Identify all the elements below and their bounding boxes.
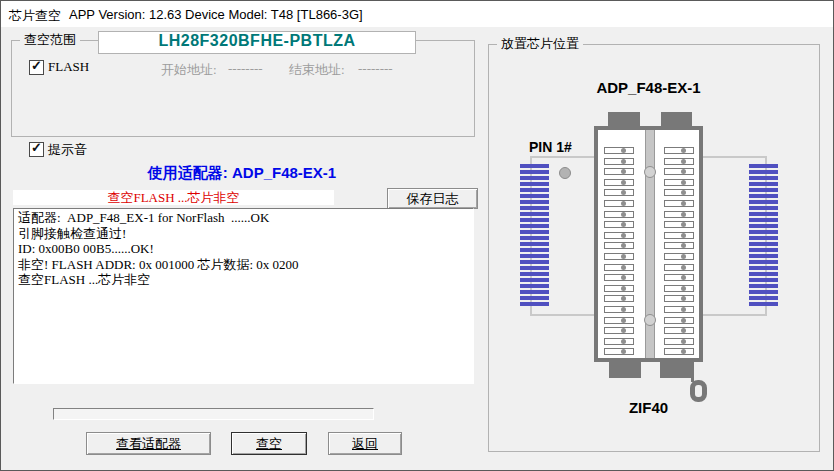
zif-slot <box>664 232 694 239</box>
adapter-pin-bar <box>749 212 778 216</box>
end-address-value: -------- <box>358 61 393 77</box>
adapter-pin-bar <box>520 290 549 294</box>
blank-check-button[interactable]: 查空 <box>231 432 307 455</box>
adapter-pin-bar <box>520 182 549 186</box>
adapter-pin-bar <box>520 212 549 216</box>
zif-slot-pin-dot <box>681 349 686 354</box>
save-log-button[interactable]: 保存日志 <box>387 188 478 209</box>
zif-slot <box>604 264 634 271</box>
zif-slot <box>664 285 694 292</box>
status-message: 查空FLASH ...芯片非空 <box>13 190 334 205</box>
log-output[interactable]: 适配器: ADP_F48_EX-1 for NorFlash ......OK引… <box>13 208 474 384</box>
connector-trace-left-top <box>530 156 595 158</box>
zif-slot-pin-dot <box>621 296 626 301</box>
adapter-pin-bar <box>520 164 549 168</box>
zif-slot <box>604 306 634 313</box>
adapter-pin-bar <box>749 164 778 168</box>
beep-checkbox-label: 提示音 <box>48 141 87 159</box>
adapter-pin-bar <box>520 176 549 180</box>
connector-trace-right-top <box>702 156 767 158</box>
rail-screw-top <box>644 166 656 178</box>
adapter-pin-bar <box>749 290 778 294</box>
adapter-pin-bar <box>520 284 549 288</box>
adapter-pin-bar <box>749 278 778 282</box>
adapter-pin-bar <box>520 230 549 234</box>
zif-lever-arm <box>691 360 694 382</box>
zif-slot-pin-dot <box>681 318 686 323</box>
pin1-indicator-dot <box>559 167 571 179</box>
zif-slot <box>604 232 634 239</box>
adapter-pin-bar <box>520 278 549 282</box>
zif-slot-pin-dot <box>681 296 686 301</box>
adapter-pin-bar <box>749 296 778 300</box>
zif-slot <box>664 348 694 355</box>
zif-slot-pin-dot <box>621 318 626 323</box>
zif-slot <box>664 200 694 207</box>
zif-slot <box>664 306 694 313</box>
adapter-in-use-label: 使用适配器: ADP_F48-EX-1 <box>11 164 473 183</box>
adapter-pin-bar <box>520 194 549 198</box>
zif-slot <box>664 253 694 260</box>
zif-slot-pin-dot <box>621 159 626 164</box>
blank-check-button-label: 查空 <box>256 436 282 451</box>
flash-checkbox[interactable] <box>29 60 44 75</box>
zif-slot-pin-dot <box>621 169 626 174</box>
adapter-pin-bar <box>749 248 778 252</box>
adapter-pin-bar <box>520 236 549 240</box>
zif-slot <box>664 147 694 154</box>
adapter-pin-bar <box>749 188 778 192</box>
back-button-label: 返回 <box>352 436 378 451</box>
adapter-pin-bar <box>749 194 778 198</box>
zif-slot-pin-dot <box>681 190 686 195</box>
start-address-label: 开始地址: <box>161 61 217 79</box>
group-title-range: 查空范围 <box>20 33 80 47</box>
zif-slot <box>604 274 634 281</box>
view-adapter-button-label: 查看适配器 <box>116 436 181 451</box>
connector-trace-left-bottom <box>530 314 595 316</box>
zif-slot <box>604 327 634 334</box>
view-adapter-button[interactable]: 查看适配器 <box>86 432 211 455</box>
adapter-pin-bar <box>749 236 778 240</box>
adapter-pin-bar <box>749 254 778 258</box>
chip-blank-check-dialog: 芯片查空 APP Version: 12.63 Device Model: T4… <box>0 0 834 471</box>
zif-slot <box>604 189 634 196</box>
title-bar: 芯片查空 APP Version: 12.63 Device Model: T4… <box>1 1 833 27</box>
zif-slot-pin-dot <box>621 275 626 280</box>
adapter-pin-rows-left <box>520 164 549 308</box>
zif-slot <box>604 285 634 292</box>
zif-slot-pin-dot <box>621 339 626 344</box>
adapter-pin-bar <box>520 260 549 264</box>
end-address-label: 结束地址: <box>289 61 345 79</box>
adapter-pin-bar <box>520 302 549 306</box>
zif-slot-pin-dot <box>621 349 626 354</box>
back-button[interactable]: 返回 <box>328 432 402 455</box>
adapter-pin-bar <box>749 224 778 228</box>
adapter-pin-bar <box>520 188 549 192</box>
chip-name-banner: LH28F320BFHE-PBTLZA <box>98 31 416 54</box>
zif-slot <box>664 211 694 218</box>
zif-slot-pin-dot <box>621 201 626 206</box>
zif-slot-pin-dot <box>681 233 686 238</box>
adapter-pin-bar <box>520 224 549 228</box>
app-version-info: APP Version: 12.63 Device Model: T48 [TL… <box>69 7 363 22</box>
zif-slot-pin-dot <box>681 159 686 164</box>
adapter-pin-bar <box>749 182 778 186</box>
adapter-pin-bar <box>520 266 549 270</box>
zif-slot-pin-dot <box>621 212 626 217</box>
zif-slot-pin-dot <box>681 265 686 270</box>
window-title: 芯片查空 <box>9 7 61 25</box>
zif-slot <box>604 158 634 165</box>
progress-bar <box>53 408 374 420</box>
zif-slot <box>604 200 634 207</box>
zif-slot-column-left <box>604 147 634 355</box>
adapter-pin-bar <box>520 242 549 246</box>
beep-checkbox[interactable] <box>29 142 44 157</box>
adapter-pin-bar <box>520 272 549 276</box>
adapter-pin-bar <box>749 230 778 234</box>
adapter-pin-bar <box>520 170 549 174</box>
adapter-pin-bar <box>749 200 778 204</box>
zif-slot <box>604 338 634 345</box>
adapter-name-label: ADP_F48-EX-1 <box>488 79 809 96</box>
zif-slot <box>604 168 634 175</box>
zif-slot <box>604 295 634 302</box>
